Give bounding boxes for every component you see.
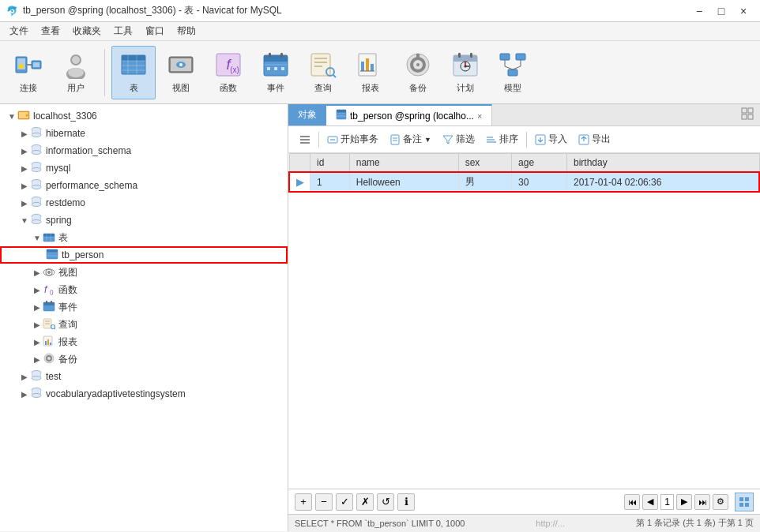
statusbar: SELECT * FROM `tb_person` LIMIT 0, 1000 … [288,514,760,531]
tab-tb-person[interactable]: tb_person @spring (localho... × [326,104,492,126]
info-btn[interactable]: ℹ [397,493,415,511]
toolbar-model[interactable]: 模型 [491,46,535,99]
sidebar-item-func-folder[interactable]: ▶ f() 函数 [0,281,288,298]
svg-rect-97 [43,234,55,237]
user-label: 用户 [67,82,85,94]
sidebar-item-event-folder[interactable]: ▶ 事件 [0,298,288,316]
tab-grid-action[interactable] [735,107,760,122]
grid-header-row: id name sex age birthday [289,154,759,173]
menu-tools[interactable]: 工具 [107,23,139,39]
svg-point-68 [32,133,41,137]
sidebar-item-information-schema[interactable]: ▶ information_schema [0,142,288,159]
toolbar-backup[interactable]: 备份 [396,46,440,99]
col-age[interactable]: age [512,154,567,173]
sidebar-item-tb-person[interactable]: tb_person [0,246,288,264]
model-icon [499,51,527,79]
tree-arrow-spring: ▼ [19,216,30,225]
menu-favorites[interactable]: 收藏夹 [66,23,107,39]
sidebar-item-backup-folder[interactable]: ▶ 备份 [0,350,288,368]
grid-view-toggle[interactable] [735,493,754,511]
toolbar-connect[interactable]: 连接 [6,46,51,99]
svg-text:(x): (x) [230,66,239,74]
sort-btn[interactable]: 排序 [481,130,523,148]
menu-window[interactable]: 窗口 [139,23,171,39]
minimize-button[interactable]: − [689,3,709,19]
backup-note-btn[interactable]: 备注 ▼ [385,130,436,148]
begin-transaction-btn[interactable]: 开始事务 [322,130,383,148]
add-row-btn[interactable]: + [295,493,312,511]
first-page-btn[interactable]: ⏮ [624,494,640,510]
sidebar-item-test[interactable]: ▶ test [0,368,288,385]
obj-toolbar-menu[interactable] [295,132,315,148]
sidebar-item-localhost[interactable]: ▼ localhost_3306 [0,107,288,125]
refresh-btn[interactable]: ↺ [377,493,394,511]
svg-rect-142 [742,114,747,119]
settings-btn[interactable]: ⚙ [713,494,728,510]
svg-rect-85 [40,182,41,187]
svg-rect-56 [500,54,510,60]
report-label: 报表 [362,82,379,94]
sidebar-item-spring[interactable]: ▼ spring [0,212,288,229]
table-row[interactable]: ▶ 1 Helloween 男 30 2017-01-04 02:06:36 [289,172,759,192]
export-btn[interactable]: 导出 [574,130,615,148]
vocab-label: vocabularyadaptivetestingsystem [46,388,186,399]
localhost-label: localhost_3306 [33,111,97,122]
prev-page-btn[interactable]: ◀ [642,494,658,510]
sidebar-item-restdemo[interactable]: ▶ restdemo [0,194,288,212]
tree-arrow-backup-f: ▶ [32,355,43,364]
col-name[interactable]: name [349,154,458,173]
db-icon-info [30,144,44,159]
tab-action-area [735,104,760,126]
event-folder-icon [43,300,57,315]
filter-btn[interactable]: 筛选 [438,130,480,148]
sidebar-item-report-folder[interactable]: ▶ 报表 [0,333,288,350]
svg-rect-89 [32,199,32,204]
toolbar-report[interactable]: 报表 [348,46,393,99]
import-btn[interactable]: 导入 [530,130,572,148]
sidebar-item-performance-schema[interactable]: ▶ performance_schema [0,177,288,194]
tab-objects[interactable]: 对象 [288,104,326,126]
table-folder-icon [43,230,57,245]
sidebar-item-mysql[interactable]: ▶ mysql [0,159,288,177]
model-label: 模型 [504,82,521,94]
toolbar-query[interactable]: 查询 [301,46,345,99]
menu-help[interactable]: 帮助 [171,23,202,39]
col-birthday[interactable]: birthday [566,154,759,173]
delete-row-btn[interactable]: − [315,493,333,511]
svg-rect-74 [32,147,32,152]
menu-view[interactable]: 查看 [35,23,66,39]
col-id[interactable]: id [310,154,350,173]
sidebar-item-hibernate[interactable]: ▶ hibernate [0,125,288,142]
sidebar-item-view-folder[interactable]: ▶ 视图 [0,264,288,281]
toolbar-schedule[interactable]: 计划 [443,46,487,99]
col-sex[interactable]: sex [458,154,511,173]
next-page-btn[interactable]: ▶ [676,494,692,510]
app-icon: 🐬 [6,6,18,17]
tab-close-btn[interactable]: × [477,111,482,121]
svg-point-8 [72,56,80,64]
menu-file[interactable]: 文件 [3,23,35,39]
view-folder-label: 视图 [58,266,77,279]
toolbar-event[interactable]: 事件 [254,46,298,99]
toolbar-function[interactable]: f (x) 函数 [206,46,250,99]
sidebar-item-vocab[interactable]: ▶ vocabularyadaptivetestingsystem [0,385,288,403]
svg-rect-140 [742,108,747,113]
toolbar-user[interactable]: 用户 [54,46,98,99]
schedule-label: 计划 [457,82,474,94]
maximize-button[interactable]: □ [711,3,732,19]
toolbar-view[interactable]: 视图 [159,46,203,99]
toolbar-table[interactable]: 表 [111,46,156,99]
titlebar-controls: − □ × [689,3,754,19]
svg-rect-121 [47,339,49,345]
titlebar-left: 🐬 tb_person @spring (localhost_3306) - 表… [6,4,282,17]
confirm-btn[interactable]: ✓ [336,493,353,511]
backup-icon [404,51,432,79]
sidebar-item-query-folder[interactable]: ▶ 查询 [0,316,288,333]
sidebar-item-table-folder[interactable]: ▼ 表 [0,229,288,246]
cancel-btn[interactable]: ✗ [356,493,374,511]
close-button[interactable]: × [733,3,754,19]
svg-rect-157 [739,497,743,501]
last-page-btn[interactable]: ⏭ [694,494,710,510]
svg-rect-69 [32,129,32,135]
svg-text:f: f [44,284,48,295]
